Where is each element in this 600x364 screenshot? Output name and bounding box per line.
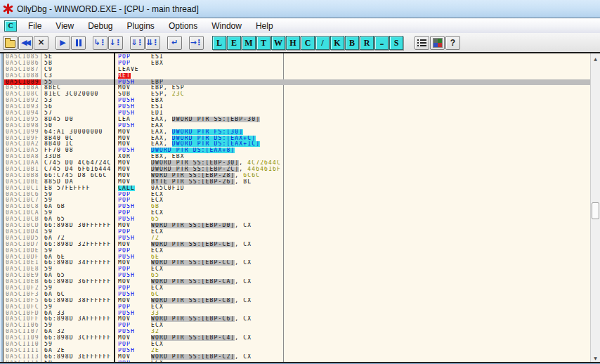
disasm-row[interactable]: 0A5C10C659POPECX [4, 192, 590, 198]
disasm-row[interactable]: 0A5C10CD66:898D 30FFFFFFMOVWORD PTR SS:[… [4, 223, 590, 229]
disasm-row[interactable]: 0A5C10FD6A 33PUSH33 [4, 311, 590, 317]
disasm-row[interactable]: 0A5C109253PUSHEBX [4, 98, 590, 104]
menu-plugins[interactable]: Plugins [120, 20, 162, 32]
address-cell-breakpoint: 0A5C1089 [4, 79, 41, 86]
disasm-row[interactable]: 0A5C10855EPOPESI [4, 54, 590, 60]
disasm-row[interactable]: 0A5C108955PUSHEBP [4, 79, 590, 86]
disasm-row[interactable]: 0A5C109F8B40 0CMOVEAX, DWORD PTR DS:[EAX… [4, 136, 590, 142]
execute-till-return-button[interactable]: ↵ [167, 36, 182, 50]
hexdump-cell: C745 D4 6F616444 [41, 167, 114, 173]
disasm-row[interactable]: 0A5C110659POPECX [4, 323, 590, 329]
disasm-row[interactable]: 0A5C108A8BECMOVEBP, ESP [4, 85, 590, 91]
run-trace-window-button[interactable]: ... [374, 36, 389, 50]
disasm-row[interactable]: 0A5C10B1C745 D4 6F616444MOVDWORD PTR SS:… [4, 167, 590, 173]
hexdump-cell: 64:A1 30000000 [41, 129, 114, 136]
disasm-row[interactable]: 0A5C1087C9LEAVE [4, 67, 590, 73]
windows-window-button[interactable]: W [271, 36, 285, 50]
disasm-row[interactable]: 0A5C10958D45 D0LEAEAX, DWORD PTR SS:[EBP… [4, 117, 590, 123]
operands-cell: EBX [151, 98, 590, 104]
disasm-row[interactable]: 0A5C10D459POPECX [4, 229, 590, 235]
disasm-row[interactable]: 0A5C10865BPOPEBX [4, 60, 590, 67]
execute-till-user-button[interactable]: →⋮ [189, 36, 204, 50]
disasm-row[interactable]: 0A5C10CA59POPECX [4, 210, 590, 216]
animate-over-button[interactable]: ⇊⋮ [145, 36, 160, 50]
disasm-row[interactable]: 0A5C11076A 32PUSH32 [4, 329, 590, 335]
disasm-row[interactable]: 0A5C10FC59POPECX [4, 304, 590, 311]
menu-debug[interactable]: Debug [81, 20, 119, 32]
disasm-row[interactable]: 0A5C10C1E8 57FEFFFFCALL0A5C0F1D [4, 186, 590, 192]
disasm-row[interactable]: 0A5C10BE885D DAMOVBYTE PTR SS:[EBP-26], … [4, 179, 590, 186]
step-into-button[interactable]: ↳⋮ [93, 36, 107, 50]
mnemonic-cell: PUSH [114, 311, 151, 317]
disasm-row[interactable]: 0A5C110966:898D 3CFFFFFFMOVWORD PTR SS:[… [4, 335, 590, 342]
title-bar[interactable]: OllyDbg - WINWORD.EXE - [CPU - main thre… [0, 0, 600, 18]
restart-button[interactable]: ◀◀ [18, 36, 33, 50]
disasm-row[interactable]: 0A5C10F566:898D 38FFFFFFMOVWORD PTR SS:[… [4, 298, 590, 304]
disasm-row[interactable]: 0A5C10CB6A 65PUSH65 [4, 216, 590, 223]
handles-window-button[interactable]: H [286, 36, 300, 50]
menu-view[interactable]: View [48, 20, 81, 32]
open-file-button[interactable] [3, 36, 18, 50]
log-window-button[interactable]: L [212, 36, 226, 50]
menu-file[interactable]: File [21, 20, 48, 32]
disasm-row[interactable]: 0A5C108C81EC 3C020000SUBESP, 23C [4, 91, 590, 98]
disasm-row[interactable]: 0A5C10E96A 65PUSH65 [4, 273, 590, 279]
disasm-row[interactable]: 0A5C10FF66:898D 3AFFFFFFMOVWORD PTR SS:[… [4, 316, 590, 323]
disasm-row[interactable]: 0A5C10D766:898D 32FFFFFFMOVWORD PTR SS:[… [4, 242, 590, 248]
folder-open-icon [5, 40, 15, 48]
references-window-button[interactable]: R [360, 36, 374, 50]
mnemonic-cell: MOV [114, 179, 151, 186]
disasm-row[interactable]: 0A5C10B866:C745 D8 6C6CMOVWORD PTR SS:[E… [4, 173, 590, 179]
source-window-button[interactable]: S [389, 36, 403, 50]
windows-list-button[interactable] [415, 36, 429, 50]
disasm-row[interactable]: 0A5C109457PUSHEDI [4, 110, 590, 117]
executables-window-button[interactable]: E [227, 36, 241, 50]
disasm-row[interactable]: 0A5C10E859POPECX [4, 266, 590, 273]
cpu-window-button[interactable]: C [301, 36, 315, 50]
operands-cell: EBX, EBX [151, 154, 590, 160]
scrollbar-thumb[interactable] [592, 202, 599, 219]
breakpoints-window-button[interactable]: B [345, 36, 359, 50]
address-cell: 0A5C10FF [4, 316, 41, 323]
disasm-row[interactable]: 0A5C10C86A 6BPUSH6B [4, 204, 590, 210]
cpu-child-window-icon[interactable]: C [4, 20, 17, 32]
vertical-scrollbar[interactable]: ▲ ▼ [590, 53, 600, 363]
disasm-row[interactable]: 0A5C10DF6A 6EPUSH6E [4, 254, 590, 261]
animate-into-button[interactable]: ⇓⋮ [130, 36, 145, 50]
appearance-button[interactable] [430, 36, 445, 50]
disasm-row[interactable]: 0A5C111366:898D 3EFFFFFFMOVWORD PTR SS:[… [4, 354, 590, 360]
hexdump-cell: 66:898D 32FFFFFF [41, 242, 114, 248]
disasm-row[interactable]: 0A5C109964:A1 30000000MOVEAX, DWORD PTR … [4, 129, 590, 136]
disasm-row[interactable]: 0A5C10AAC745 D0 4C64724CMOVDWORD PTR SS:… [4, 160, 590, 167]
disassembly-pane[interactable]: 0A5C10855EPOPESI0A5C10865BPOPEBX0A5C1087… [0, 53, 590, 363]
address-cell: 0A5C1106 [4, 323, 41, 329]
disasm-row[interactable]: 0A5C10EB66:898D 36FFFFFFMOVWORD PTR SS:[… [4, 279, 590, 285]
disasm-row[interactable]: 0A5C111059POPECX [4, 342, 590, 348]
disasm-row[interactable]: 0A5C10A5FF70 08PUSHDWORD PTR DS:[EAX+8] [4, 148, 590, 154]
disasm-row[interactable]: 0A5C11116A 2EPUSH2E [4, 348, 590, 354]
disasm-row[interactable]: 0A5C10F36A 6CPUSH6C [4, 292, 590, 298]
disasm-row[interactable]: 0A5C10E166:898D 34FFFFFFMOVWORD PTR SS:[… [4, 260, 590, 266]
close-process-button[interactable]: × [34, 36, 48, 50]
disasm-row[interactable]: 0A5C1088C3RET [4, 73, 590, 79]
call-stack-window-button[interactable]: K [330, 36, 344, 50]
help-button[interactable]: ? [445, 36, 460, 50]
pause-button[interactable] [71, 36, 86, 50]
scroll-up-arrow-icon[interactable]: ▲ [591, 53, 600, 64]
menu-window[interactable]: Window [204, 20, 249, 32]
step-over-button[interactable]: ↓⋮ [108, 36, 123, 50]
disasm-row[interactable]: 0A5C109850PUSHEAX [4, 123, 590, 129]
disasm-row[interactable]: 0A5C10C759POPECX [4, 197, 590, 204]
disasm-row[interactable]: 0A5C109356PUSHESI [4, 104, 590, 110]
memory-window-button[interactable]: M [242, 36, 256, 50]
run-button[interactable]: ▶ [56, 36, 70, 50]
menu-options[interactable]: Options [162, 20, 204, 32]
disasm-row[interactable]: 0A5C10F259POPECX [4, 285, 590, 292]
disasm-row[interactable]: 0A5C10DE59POPECX [4, 248, 590, 254]
patches-window-button[interactable]: / [315, 36, 330, 50]
menu-help[interactable]: Help [249, 20, 280, 32]
disasm-row[interactable]: 0A5C10A833DBXOREBX, EBX [4, 154, 590, 160]
threads-window-button[interactable]: T [256, 36, 270, 50]
disasm-row[interactable]: 0A5C10A28B40 1CMOVEAX, DWORD PTR DS:[EAX… [4, 141, 590, 148]
disasm-row[interactable]: 0A5C10D56A 72PUSH72 [4, 235, 590, 242]
